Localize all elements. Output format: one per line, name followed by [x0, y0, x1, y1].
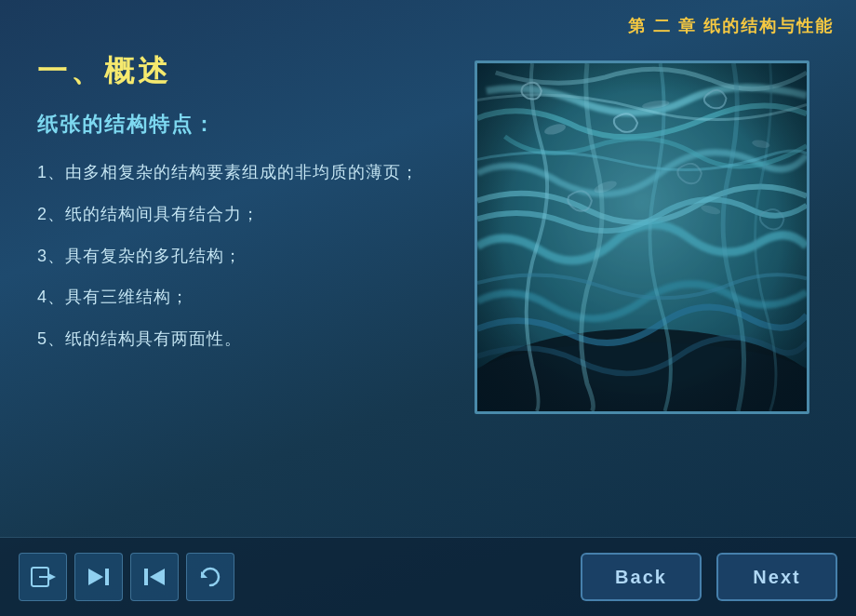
skip-forward-icon: [87, 565, 111, 589]
chapter-title: 第 二 章 纸的结构与性能: [628, 15, 834, 37]
paper-fiber-image: [475, 60, 809, 414]
left-panel: 一、概述 纸张的结构特点： 1、由多相复杂的结构要素组成的非均质的薄页； 2、纸…: [37, 51, 428, 439]
refresh-button[interactable]: [186, 553, 234, 601]
right-panel: [456, 51, 828, 439]
bottom-bar: Back Next: [0, 537, 856, 616]
list-item-1: 1、由多相复杂的结构要素组成的非均质的薄页；: [37, 159, 428, 186]
svg-marker-14: [88, 569, 103, 585]
nav-icons: [19, 553, 234, 601]
exit-button[interactable]: [19, 553, 67, 601]
svg-marker-12: [48, 573, 56, 581]
svg-rect-15: [105, 569, 109, 585]
list-item-2: 2、纸的结构间具有结合力；: [37, 201, 428, 228]
list-item-3: 3、具有复杂的多孔结构；: [37, 243, 428, 270]
next-button[interactable]: Next: [716, 553, 837, 601]
exit-icon: [30, 564, 56, 590]
action-buttons: Back Next: [581, 553, 837, 601]
skip-backward-icon: [142, 565, 167, 589]
fiber-svg: [477, 63, 807, 411]
svg-rect-10: [477, 63, 807, 411]
list-item-5: 5、纸的结构具有两面性。: [37, 326, 428, 353]
skip-forward-button[interactable]: [74, 553, 123, 601]
refresh-icon: [198, 565, 222, 589]
sub-heading: 纸张的结构特点：: [37, 111, 428, 139]
list-item-4: 4、具有三维结构；: [37, 284, 428, 311]
skip-backward-button[interactable]: [130, 553, 179, 601]
svg-rect-17: [144, 569, 148, 585]
main-content: 一、概述 纸张的结构特点： 1、由多相复杂的结构要素组成的非均质的薄页； 2、纸…: [0, 0, 856, 532]
section-heading: 一、概述: [37, 51, 428, 92]
svg-marker-16: [150, 569, 165, 585]
back-button[interactable]: Back: [581, 553, 702, 601]
